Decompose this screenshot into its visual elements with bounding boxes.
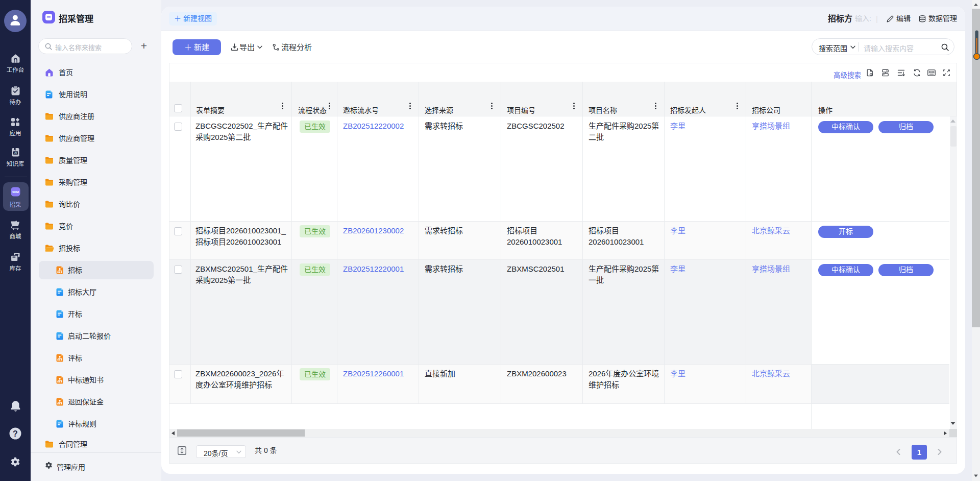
svg-text:?: ?	[13, 429, 18, 438]
svg-text:SRM: SRM	[12, 190, 19, 194]
svg-text:AI: AI	[13, 151, 17, 154]
